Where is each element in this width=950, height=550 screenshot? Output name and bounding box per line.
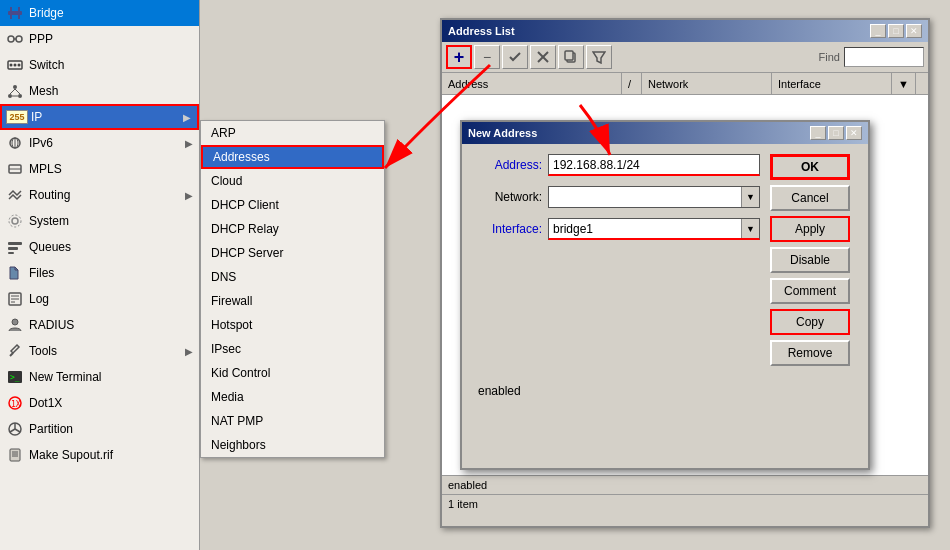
interface-dropdown-arrow[interactable]: ▼ — [741, 219, 759, 238]
submenu-item-dhcp-client[interactable]: DHCP Client — [201, 193, 384, 217]
submenu-item-addresses[interactable]: Addresses — [201, 145, 384, 169]
sidebar-item-ip[interactable]: 255 IP ▶ — [0, 104, 199, 130]
disable-button[interactable]: Disable — [770, 247, 850, 273]
dialog-close-button[interactable]: ✕ — [846, 126, 862, 140]
maximize-button[interactable]: □ — [888, 24, 904, 38]
routing-arrow: ▶ — [185, 190, 193, 201]
svg-point-10 — [14, 64, 17, 67]
ipv6-arrow: ▶ — [185, 138, 193, 149]
submenu-item-neighbors[interactable]: Neighbors — [201, 433, 384, 457]
address-field-input[interactable] — [548, 154, 760, 176]
sidebar-item-radius[interactable]: RADIUS — [0, 312, 199, 338]
dialog-minimize-button[interactable]: _ — [810, 126, 826, 140]
sidebar-item-dot1x[interactable]: 1X Dot1X — [0, 390, 199, 416]
sidebar-item-bridge[interactable]: Bridge — [0, 0, 199, 26]
address-list-status: enabled — [448, 479, 487, 491]
ip-icon: 255 — [8, 108, 26, 126]
address-list-title: Address List — [448, 25, 515, 37]
enable-toolbar-button[interactable] — [502, 45, 528, 69]
filter-toolbar-button[interactable] — [586, 45, 612, 69]
sidebar-item-make-supout-label: Make Supout.rif — [29, 448, 193, 462]
sidebar-item-new-terminal[interactable]: >_ New Terminal — [0, 364, 199, 390]
sidebar-item-mpls[interactable]: MPLS — [0, 156, 199, 182]
svg-marker-47 — [593, 52, 605, 63]
sidebar-item-ppp[interactable]: PPP — [0, 26, 199, 52]
svg-point-13 — [8, 94, 12, 98]
minimize-button[interactable]: _ — [870, 24, 886, 38]
close-button[interactable]: ✕ — [906, 24, 922, 38]
interface-field-input[interactable] — [549, 219, 741, 238]
network-field-input[interactable] — [549, 187, 741, 207]
cancel-button[interactable]: Cancel — [770, 185, 850, 211]
interface-field-row: Interface: ▼ — [472, 218, 760, 240]
apply-button[interactable]: Apply — [770, 216, 850, 242]
disable-toolbar-button[interactable] — [530, 45, 556, 69]
mpls-icon — [6, 160, 24, 178]
svg-rect-3 — [10, 15, 12, 19]
col-header-dropdown[interactable]: ▼ — [892, 73, 916, 94]
submenu-item-kid-control[interactable]: Kid Control — [201, 361, 384, 385]
sidebar-item-log[interactable]: Log — [0, 286, 199, 312]
sidebar-item-dot1x-label: Dot1X — [29, 396, 193, 410]
find-box: Find — [819, 47, 924, 67]
dialog-maximize-button[interactable]: □ — [828, 126, 844, 140]
sidebar-item-log-label: Log — [29, 292, 193, 306]
submenu-item-dhcp-server[interactable]: DHCP Server — [201, 241, 384, 265]
remove-toolbar-button[interactable]: − — [474, 45, 500, 69]
ok-button[interactable]: OK — [770, 154, 850, 180]
col-header-slash: / — [622, 73, 642, 94]
submenu-item-ipsec[interactable]: IPsec — [201, 337, 384, 361]
remove-button[interactable]: Remove — [770, 340, 850, 366]
sidebar-item-queues-label: Queues — [29, 240, 193, 254]
svg-point-5 — [8, 36, 14, 42]
sidebar-item-switch-label: Switch — [29, 58, 193, 72]
find-input[interactable] — [844, 47, 924, 67]
submenu-item-nat-pmp[interactable]: NAT PMP — [201, 409, 384, 433]
col-header-network: Network — [642, 73, 772, 94]
sidebar-item-switch[interactable]: Switch — [0, 52, 199, 78]
submenu-item-hotspot[interactable]: Hotspot — [201, 313, 384, 337]
network-field-wrapper: ▼ — [548, 186, 760, 208]
svg-rect-1 — [10, 7, 12, 11]
sidebar-item-radius-label: RADIUS — [29, 318, 193, 332]
svg-point-6 — [16, 36, 22, 42]
new-address-dialog: New Address _ □ ✕ Address: Network: ▼ In… — [460, 120, 870, 470]
submenu-item-media[interactable]: Media — [201, 385, 384, 409]
sidebar-item-routing[interactable]: Routing ▶ — [0, 182, 199, 208]
dialog-status: enabled — [478, 384, 521, 398]
copy-button[interactable]: Copy — [770, 309, 850, 335]
address-list-count: 1 item — [448, 498, 478, 510]
comment-button[interactable]: Comment — [770, 278, 850, 304]
add-address-button[interactable]: + — [446, 45, 472, 69]
sidebar-item-system[interactable]: System — [0, 208, 199, 234]
col-header-address: Address — [442, 73, 622, 94]
submenu-item-cloud[interactable]: Cloud — [201, 169, 384, 193]
network-field-row: Network: ▼ — [472, 186, 760, 208]
address-field-label: Address: — [472, 158, 542, 172]
new-address-titlebar: New Address _ □ ✕ — [462, 122, 868, 144]
sidebar-item-ppp-label: PPP — [29, 32, 193, 46]
col-header-interface: Interface — [772, 73, 892, 94]
copy-toolbar-button[interactable] — [558, 45, 584, 69]
sidebar-item-queues[interactable]: Queues — [0, 234, 199, 260]
submenu-item-firewall[interactable]: Firewall — [201, 289, 384, 313]
sidebar-item-new-terminal-label: New Terminal — [29, 370, 193, 384]
sidebar-item-tools[interactable]: Tools ▶ — [0, 338, 199, 364]
sidebar-item-files[interactable]: Files — [0, 260, 199, 286]
sidebar-item-ipv6-label: IPv6 — [29, 136, 185, 150]
sidebar-item-mesh[interactable]: Mesh — [0, 78, 199, 104]
svg-line-33 — [10, 353, 13, 356]
submenu-item-arp[interactable]: ARP — [201, 121, 384, 145]
submenu-item-dhcp-relay[interactable]: DHCP Relay — [201, 217, 384, 241]
new-address-controls: _ □ ✕ — [810, 126, 862, 140]
svg-point-14 — [18, 94, 22, 98]
sidebar-item-ipv6[interactable]: IPv6 ▶ — [0, 130, 199, 156]
sidebar-item-tools-label: Tools — [29, 344, 185, 358]
sidebar-item-partition[interactable]: Partition — [0, 416, 199, 442]
sidebar-item-partition-label: Partition — [29, 422, 193, 436]
submenu-item-dns[interactable]: DNS — [201, 265, 384, 289]
system-icon — [6, 212, 24, 230]
network-dropdown-arrow[interactable]: ▼ — [741, 187, 759, 207]
sidebar-item-make-supout[interactable]: Make Supout.rif — [0, 442, 199, 468]
switch-icon — [6, 56, 24, 74]
